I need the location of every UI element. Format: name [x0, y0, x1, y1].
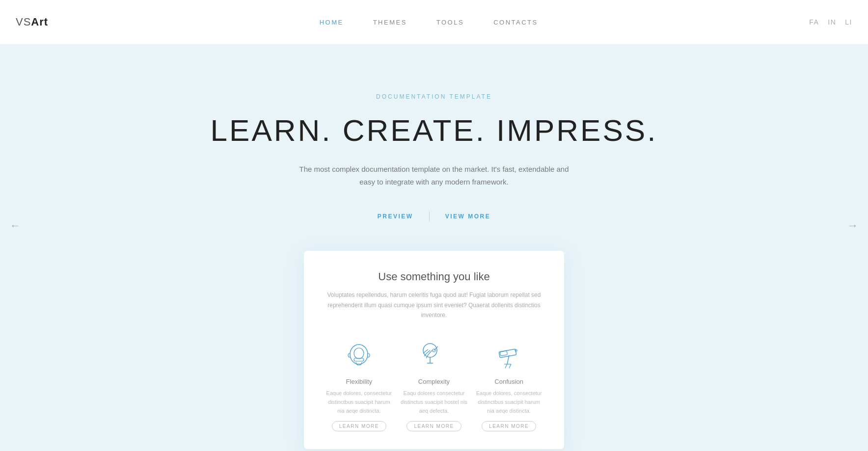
- hero-cta-buttons: PREVIEW VIEW MORE: [362, 212, 506, 221]
- feature-confusion-name: Confusion: [494, 378, 523, 385]
- feature-flexibility-text: Eaque dolores, consectetur distinctbus s…: [325, 389, 393, 415]
- features-list: Flexibility Eaque dolores, consectetur d…: [322, 338, 546, 431]
- card-description: Voluptates repellendus, harum celeritis …: [322, 290, 546, 320]
- feature-confusion-text: Eaque dolores, consectetur distinctbus s…: [475, 389, 543, 415]
- hero-subtitle: DOCUMENTATION TEMPLATE: [376, 93, 492, 100]
- svg-line-11: [505, 364, 507, 368]
- social-fa-icon[interactable]: FA: [809, 18, 819, 26]
- feature-complexity-text: Eaqu dolores consectetur distinctus suac…: [400, 389, 468, 415]
- hero-title: LEARN. CREATE. IMPRESS.: [211, 114, 658, 147]
- card-title: Use something you like: [322, 270, 546, 283]
- svg-rect-7: [499, 349, 516, 358]
- hero-description: The most complex documentation template …: [292, 163, 576, 188]
- view-more-button[interactable]: VIEW MORE: [430, 213, 507, 220]
- social-in-icon[interactable]: IN: [828, 18, 836, 26]
- logo: VSArt: [16, 16, 48, 28]
- logo-suffix: Art: [31, 16, 48, 28]
- nav-themes[interactable]: THEMES: [373, 19, 407, 26]
- svg-point-13: [515, 349, 517, 351]
- feature-flexibility-btn[interactable]: LEARN MORE: [332, 421, 386, 431]
- preview-card: Use something you like Voluptates repell…: [304, 251, 564, 449]
- nav-contacts[interactable]: CONTACTS: [493, 19, 538, 26]
- preview-button[interactable]: PREVIEW: [362, 213, 429, 220]
- svg-line-12: [509, 364, 511, 368]
- social-li-icon[interactable]: LI: [845, 18, 852, 26]
- telescope-icon: [492, 338, 526, 371]
- feature-flexibility-name: Flexibility: [346, 378, 372, 385]
- feature-confusion-btn[interactable]: LEARN MORE: [482, 421, 536, 431]
- satellite-icon: [417, 338, 451, 371]
- nav-home[interactable]: HOME: [320, 19, 344, 26]
- nav-social-icons: FA IN LI: [809, 18, 852, 26]
- nav-links: HOME THEMES TOOLS CONTACTS: [320, 19, 538, 26]
- prev-arrow[interactable]: ←: [4, 214, 27, 237]
- navigation: VSArt HOME THEMES TOOLS CONTACTS FA IN L…: [0, 0, 868, 44]
- hero-section: DOCUMENTATION TEMPLATE LEARN. CREATE. IM…: [0, 44, 868, 451]
- svg-rect-8: [500, 351, 507, 356]
- next-arrow[interactable]: →: [841, 214, 864, 237]
- feature-complexity-btn[interactable]: LEARN MORE: [407, 421, 461, 431]
- astronaut-icon: [342, 338, 376, 371]
- logo-prefix: VS: [16, 16, 31, 28]
- feature-confusion: Confusion Eaque dolores, consectetur dis…: [475, 338, 543, 431]
- feature-complexity: Complexity Eaqu dolores consectetur dist…: [400, 338, 468, 431]
- feature-complexity-name: Complexity: [418, 378, 450, 385]
- svg-point-1: [354, 348, 364, 359]
- feature-flexibility: Flexibility Eaque dolores, consectetur d…: [325, 338, 393, 431]
- nav-tools[interactable]: TOOLS: [436, 19, 464, 26]
